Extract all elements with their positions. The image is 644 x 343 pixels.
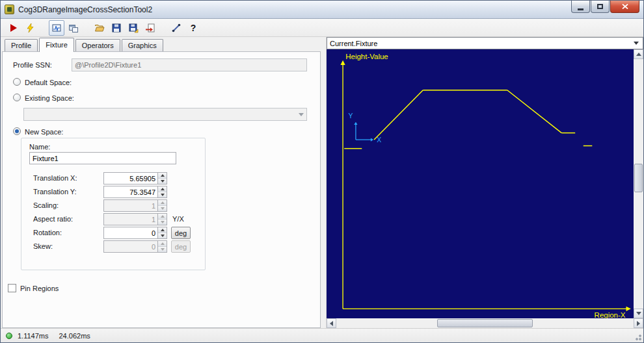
translation-x-label: Translation X: (33, 174, 77, 182)
scaling-spinner (157, 200, 167, 211)
open-button[interactable] (92, 20, 107, 36)
window-title: Cog3DRangeImageCrossSectionTool2 (18, 5, 152, 14)
vertical-scrollbar[interactable] (634, 49, 643, 318)
tab-fixture[interactable]: Fixture (39, 38, 74, 52)
spin-down-button[interactable] (158, 192, 167, 197)
scroll-right-button[interactable] (634, 318, 643, 328)
electric-run-button[interactable] (23, 20, 38, 36)
import-button[interactable] (142, 20, 158, 36)
scaling-input[interactable] (104, 200, 157, 211)
save-button[interactable] (109, 20, 124, 36)
profile-ssn-input[interactable] (72, 58, 307, 71)
hscroll-track[interactable] (336, 318, 634, 328)
rotation-spinner (157, 227, 167, 238)
statusbar: 1.1147ms 24.062ms (1, 328, 643, 342)
pin-regions-checkbox[interactable] (8, 284, 16, 292)
rotation-deg-button[interactable]: deg (171, 227, 191, 239)
scaling-field (103, 199, 167, 212)
import-icon (145, 23, 155, 33)
chevron-down-icon (299, 113, 304, 116)
profile-display-canvas[interactable]: Height-Value Region-X Y X (327, 49, 634, 318)
scroll-left-button[interactable] (327, 318, 336, 328)
canvas-row: Height-Value Region-X Y X (327, 49, 643, 318)
skew-field (103, 240, 167, 253)
status-run-time: 1.1147ms (18, 332, 49, 340)
close-button[interactable] (610, 1, 639, 13)
result-display-icon (51, 23, 62, 33)
translation-y-field (103, 186, 167, 198)
open-folder-icon (94, 23, 105, 33)
spin-up-button[interactable] (158, 241, 167, 247)
arrow-up-icon (161, 201, 165, 204)
scroll-down-button[interactable] (634, 309, 643, 318)
aspect-ratio-label: Aspect ratio: (33, 215, 73, 223)
hscroll-thumb[interactable] (437, 319, 532, 327)
resize-grip[interactable] (634, 333, 641, 340)
spin-down-button[interactable] (158, 220, 167, 225)
name-input[interactable] (29, 152, 176, 164)
existing-space-radio[interactable] (13, 94, 21, 101)
body: Profile Fixture Operators Graphics Profi… (1, 37, 643, 328)
spin-down-button[interactable] (158, 247, 167, 252)
app-icon (5, 5, 14, 14)
vscroll-track[interactable] (634, 59, 643, 309)
display-selector[interactable]: Current.Fixture (327, 37, 643, 49)
run-button[interactable] (6, 20, 21, 36)
scroll-up-button[interactable] (634, 49, 643, 59)
spin-up-button[interactable] (158, 186, 167, 192)
vscroll-thumb[interactable] (634, 164, 643, 192)
tab-profile[interactable]: Profile (5, 39, 38, 51)
skew-input[interactable] (104, 241, 157, 252)
measure-button[interactable] (168, 20, 184, 36)
translation-y-label: Translation Y: (33, 188, 77, 196)
arrow-down-icon (161, 235, 165, 237)
status-total-time: 24.062ms (59, 332, 90, 340)
run-icon (8, 23, 19, 33)
arrow-up-icon (636, 53, 641, 56)
new-space-radio[interactable] (13, 127, 21, 135)
arrow-up-icon (161, 242, 165, 245)
default-space-radio[interactable] (13, 78, 21, 86)
measure-icon (171, 23, 181, 33)
arrow-down-icon (636, 312, 641, 315)
aspect-ratio-field (103, 213, 167, 225)
new-space-group: Name: Translation X: Translation Y: (21, 138, 206, 270)
spin-down-button[interactable] (158, 179, 167, 184)
rotation-field (103, 227, 167, 239)
skew-deg-button: deg (171, 240, 191, 253)
rotation-input[interactable] (104, 227, 157, 238)
electric-run-icon (25, 23, 36, 33)
arrow-down-icon (161, 207, 165, 210)
float-window-button[interactable] (66, 20, 81, 36)
float-window-icon (68, 23, 79, 33)
tab-operators[interactable]: Operators (75, 39, 120, 51)
arrow-up-icon (161, 174, 165, 177)
translation-y-input[interactable] (104, 186, 157, 197)
caption-buttons (570, 1, 639, 13)
new-space-label: New Space: (25, 128, 63, 136)
existing-space-label: Existing Space: (25, 94, 74, 102)
translation-x-input[interactable] (104, 173, 157, 184)
spin-up-button[interactable] (158, 227, 167, 233)
horizontal-scrollbar[interactable] (327, 318, 643, 328)
spin-up-button[interactable] (158, 214, 167, 220)
save-image-button[interactable] (126, 20, 141, 36)
result-display-button[interactable] (49, 20, 64, 36)
spin-up-button[interactable] (158, 173, 167, 179)
arrow-down-icon (161, 194, 165, 196)
maximize-button[interactable] (591, 1, 610, 13)
existing-space-combo[interactable] (23, 108, 307, 121)
chevron-down-icon (634, 42, 639, 45)
tab-graphics[interactable]: Graphics (122, 39, 163, 51)
help-button[interactable]: ? (185, 20, 201, 36)
spin-down-button[interactable] (158, 206, 167, 211)
minimize-button[interactable] (571, 1, 590, 13)
aspect-ratio-input[interactable] (104, 214, 157, 225)
name-label: Name: (29, 143, 50, 151)
spin-up-button[interactable] (158, 200, 167, 206)
titlebar[interactable]: Cog3DRangeImageCrossSectionTool2 (1, 1, 643, 19)
maximize-icon (597, 4, 603, 9)
arrow-up-icon (161, 188, 165, 190)
arrow-left-icon (330, 321, 333, 326)
spin-down-button[interactable] (158, 233, 167, 238)
